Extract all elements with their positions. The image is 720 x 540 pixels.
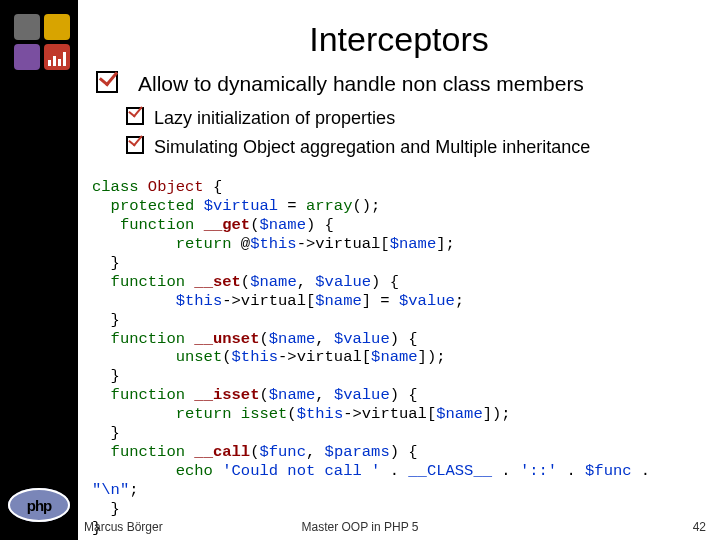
code-block: class Object { protected $virtual = arra… xyxy=(78,164,720,537)
bullet-main-text: Allow to dynamically handle non class me… xyxy=(138,71,584,97)
checkbox-icon xyxy=(126,107,144,125)
slide-title: Interceptors xyxy=(78,0,720,71)
bullet-sub: Simulating Object aggregation and Multip… xyxy=(78,136,720,163)
bullet-sub: Lazy initialization of properties xyxy=(78,107,720,134)
slide: php Interceptors Allow to dynamically ha… xyxy=(0,0,720,540)
deco-square-yellow xyxy=(44,14,70,40)
footer-title: Master OOP in PHP 5 xyxy=(0,520,720,534)
deco-square-purple xyxy=(14,44,40,70)
bullet-sub-text: Simulating Object aggregation and Multip… xyxy=(154,136,590,159)
checkbox-icon xyxy=(126,136,144,154)
deco-square-grey xyxy=(14,14,40,40)
php-logo: php xyxy=(8,488,70,522)
sidebar: php xyxy=(0,0,78,540)
bullet-main: Allow to dynamically handle non class me… xyxy=(78,71,720,101)
deco-square-red-chart-icon xyxy=(44,44,70,70)
content: Interceptors Allow to dynamically handle… xyxy=(78,0,720,540)
checkbox-icon xyxy=(96,71,118,93)
bullet-sub-text: Lazy initialization of properties xyxy=(154,107,395,130)
